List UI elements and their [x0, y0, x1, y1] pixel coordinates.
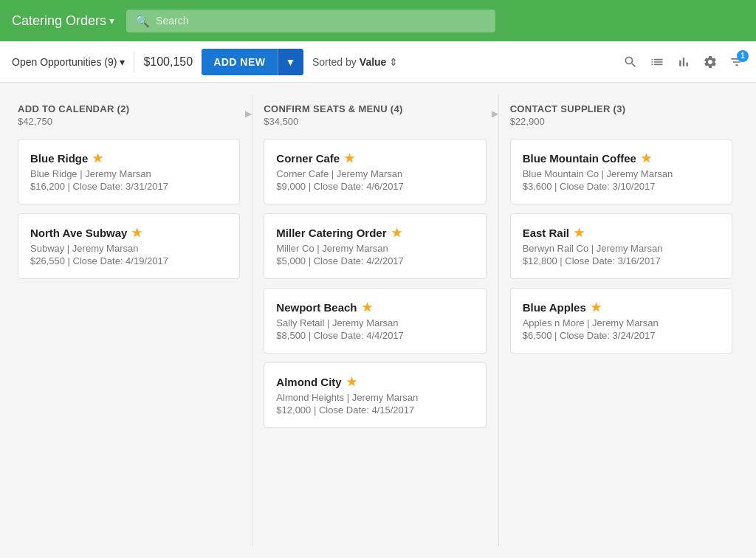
- card-title: Blue Mountain Coffee★: [523, 151, 720, 165]
- star-icon[interactable]: ★: [391, 226, 402, 240]
- table-row[interactable]: Almond City★Almond Heights | Jeremy Mars…: [264, 362, 486, 428]
- card-subtitle: Berwyn Rail Co | Jeremy Marsan: [523, 243, 720, 254]
- total-value: $100,150: [143, 55, 193, 69]
- app-title[interactable]: Catering Orders ▾: [12, 13, 114, 29]
- star-icon[interactable]: ★: [574, 226, 584, 240]
- add-new-button[interactable]: ADD NEW ▼: [202, 49, 303, 75]
- card-value: $12,800 | Close Date: 3/16/2017: [523, 255, 720, 266]
- card-title: Blue Apples★: [523, 300, 720, 314]
- search-toolbar-icon[interactable]: [623, 55, 638, 69]
- column-title: ADD TO CALENDAR (2): [18, 103, 240, 114]
- card-subtitle: Apples n More | Jeremy Marsan: [523, 317, 720, 328]
- table-row[interactable]: North Ave Subway★Subway | Jeremy Marsan$…: [18, 213, 240, 279]
- opportunities-chevron-icon: ▾: [120, 56, 125, 68]
- chart-view-icon[interactable]: [676, 55, 691, 69]
- kanban-column-contact-supplier: CONTACT SUPPLIER (3)$22,900Blue Mountain…: [498, 94, 744, 546]
- search-input[interactable]: [156, 15, 487, 27]
- star-icon[interactable]: ★: [346, 375, 357, 389]
- card-title: Blue Ridge★: [30, 151, 227, 165]
- column-header-contact-supplier: CONTACT SUPPLIER (3)$22,900: [504, 94, 738, 133]
- toolbar-divider: [134, 52, 134, 72]
- column-total: $34,500: [264, 116, 486, 127]
- add-new-dropdown-icon[interactable]: ▼: [278, 49, 303, 75]
- cards-container: Blue Ridge★Blue Ridge | Jeremy Marsan$16…: [12, 133, 246, 285]
- table-row[interactable]: East Rail★Berwyn Rail Co | Jeremy Marsan…: [510, 213, 732, 279]
- card-subtitle: Sally Retail | Jeremy Marsan: [276, 317, 473, 328]
- sort-selector[interactable]: Sorted by Value ⇕: [312, 56, 399, 68]
- settings-icon[interactable]: [703, 55, 718, 69]
- table-row[interactable]: Blue Apples★Apples n More | Jeremy Marsa…: [510, 288, 732, 354]
- card-subtitle: Blue Ridge | Jeremy Marsan: [30, 168, 227, 179]
- sub-toolbar-right: 1: [623, 55, 744, 69]
- kanban-column-confirm-seats-menu: CONFIRM SEATS & MENU (4)$34,500Corner Ca…: [252, 94, 498, 546]
- table-row[interactable]: Corner Cafe★Corner Cafe | Jeremy Marsan$…: [264, 139, 486, 204]
- kanban-board: ADD TO CALENDAR (2)$42,750Blue Ridge★Blu…: [0, 83, 756, 558]
- cards-container: Corner Cafe★Corner Cafe | Jeremy Marsan$…: [258, 133, 492, 434]
- column-header-confirm-seats-menu: CONFIRM SEATS & MENU (4)$34,500: [258, 94, 492, 133]
- table-row[interactable]: Miller Catering Order★Miller Co | Jeremy…: [264, 213, 486, 279]
- add-new-label: ADD NEW: [202, 49, 277, 75]
- card-value: $3,600 | Close Date: 3/10/2017: [523, 181, 720, 192]
- opportunities-filter[interactable]: Open Opportunities (9) ▾: [12, 56, 125, 68]
- list-view-icon[interactable]: [650, 55, 664, 69]
- kanban-column-add-to-calendar: ADD TO CALENDAR (2)$42,750Blue Ridge★Blu…: [12, 94, 252, 546]
- search-bar: 🔍: [126, 10, 495, 32]
- card-subtitle: Blue Mountain Co | Jeremy Marsan: [523, 168, 720, 179]
- card-value: $8,500 | Close Date: 4/4/2017: [276, 330, 473, 341]
- title-chevron-icon: ▾: [109, 15, 114, 27]
- card-value: $6,500 | Close Date: 3/24/2017: [523, 330, 720, 341]
- sort-icon: ⇕: [389, 56, 398, 68]
- star-icon[interactable]: ★: [131, 226, 142, 240]
- card-value: $5,000 | Close Date: 4/2/2017: [276, 255, 473, 266]
- sub-toolbar: Open Opportunities (9) ▾ $100,150 ADD NE…: [0, 41, 756, 83]
- card-subtitle: Subway | Jeremy Marsan: [30, 243, 227, 254]
- column-header-add-to-calendar: ADD TO CALENDAR (2)$42,750: [12, 94, 246, 133]
- column-title: CONTACT SUPPLIER (3): [510, 103, 732, 114]
- card-value: $9,000 | Close Date: 4/6/2017: [276, 181, 473, 192]
- star-icon[interactable]: ★: [641, 151, 651, 165]
- filter-badge: 1: [737, 50, 749, 62]
- star-icon[interactable]: ★: [362, 300, 372, 314]
- card-title: Miller Catering Order★: [276, 226, 473, 240]
- card-title: North Ave Subway★: [30, 226, 227, 240]
- table-row[interactable]: Blue Mountain Coffee★Blue Mountain Co | …: [510, 139, 732, 204]
- sub-toolbar-left: Open Opportunities (9) ▾ $100,150 ADD NE…: [12, 49, 614, 75]
- filter-icon-container[interactable]: 1: [729, 55, 744, 69]
- card-value: $12,000 | Close Date: 4/15/2017: [276, 404, 473, 416]
- table-row[interactable]: Newport Beach★Sally Retail | Jeremy Mars…: [264, 288, 486, 354]
- column-total: $42,750: [18, 116, 240, 127]
- card-title: Newport Beach★: [276, 300, 473, 314]
- card-title: East Rail★: [523, 226, 720, 240]
- column-title: CONFIRM SEATS & MENU (4): [264, 103, 486, 114]
- star-icon[interactable]: ★: [92, 151, 103, 165]
- star-icon[interactable]: ★: [344, 151, 354, 165]
- card-subtitle: Almond Heights | Jeremy Marsan: [276, 392, 473, 403]
- top-bar: Catering Orders ▾ 🔍: [0, 0, 756, 41]
- card-subtitle: Corner Cafe | Jeremy Marsan: [276, 168, 473, 179]
- column-total: $22,900: [510, 116, 732, 127]
- card-subtitle: Miller Co | Jeremy Marsan: [276, 243, 473, 254]
- card-title: Corner Cafe★: [276, 151, 473, 165]
- table-row[interactable]: Blue Ridge★Blue Ridge | Jeremy Marsan$16…: [18, 139, 240, 204]
- card-value: $26,550 | Close Date: 4/19/2017: [30, 255, 227, 266]
- card-title: Almond City★: [276, 375, 473, 389]
- card-value: $16,200 | Close Date: 3/31/2017: [30, 181, 227, 192]
- star-icon[interactable]: ★: [591, 300, 601, 314]
- search-icon: 🔍: [135, 14, 150, 28]
- cards-container: Blue Mountain Coffee★Blue Mountain Co | …: [504, 133, 738, 359]
